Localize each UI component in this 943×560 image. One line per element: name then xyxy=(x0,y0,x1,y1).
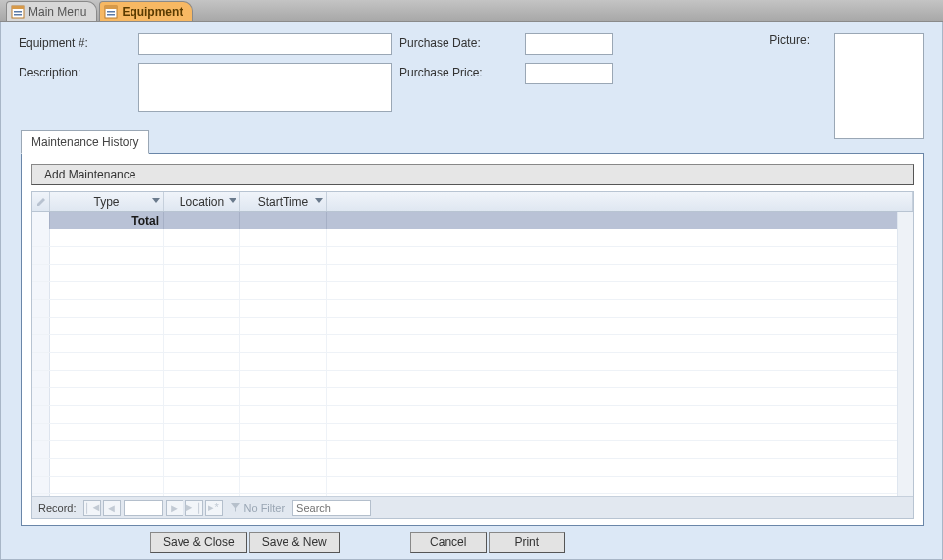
table-row[interactable] xyxy=(32,371,913,388)
chevron-down-icon xyxy=(229,198,236,203)
svg-rect-2 xyxy=(14,11,22,13)
cancel-button[interactable]: Cancel xyxy=(410,532,487,553)
equipment-no-input[interactable] xyxy=(138,33,392,55)
form-icon xyxy=(11,5,25,19)
table-row[interactable] xyxy=(32,282,913,300)
label-purchase-date: Purchase Date: xyxy=(399,33,525,50)
label-equipment-no: Equipment #: xyxy=(19,33,138,50)
chevron-down-icon xyxy=(152,198,160,203)
label-description: Description: xyxy=(19,63,138,79)
picture-box[interactable] xyxy=(834,33,924,139)
label-picture: Picture: xyxy=(769,33,810,47)
tab-label: Equipment xyxy=(122,5,183,19)
table-row[interactable] xyxy=(32,353,913,371)
col-spacer xyxy=(327,192,913,211)
record-navigator: Record: ❘◄ ◄ ► ►❘ ▸* No Filter xyxy=(32,496,913,518)
nav-first-button[interactable]: ❘◄ xyxy=(83,500,101,516)
description-input[interactable] xyxy=(138,63,392,112)
table-row[interactable] xyxy=(32,406,913,424)
record-label: Record: xyxy=(32,502,82,514)
search-input[interactable] xyxy=(292,500,371,516)
table-row[interactable] xyxy=(32,229,913,247)
row-selector-header[interactable] xyxy=(32,192,50,211)
table-row[interactable] xyxy=(32,318,913,335)
tab-equipment[interactable]: Equipment xyxy=(99,1,193,21)
total-cell xyxy=(240,212,327,229)
col-type[interactable]: Type xyxy=(50,192,164,211)
col-location[interactable]: Location xyxy=(164,192,240,211)
total-row: Total xyxy=(32,212,913,229)
table-row[interactable] xyxy=(32,247,913,265)
col-label: Type xyxy=(93,195,119,209)
nav-last-button[interactable]: ►❘ xyxy=(185,500,203,516)
header-fields: Equipment #: Purchase Date: Description:… xyxy=(1,22,942,126)
svg-rect-3 xyxy=(14,14,22,16)
label-purchase-price: Purchase Price: xyxy=(399,63,525,79)
svg-rect-7 xyxy=(107,14,115,16)
footer-buttons: Save & Close Save & New Cancel Print xyxy=(1,532,942,553)
purchase-price-input[interactable] xyxy=(525,63,613,84)
record-number-input[interactable] xyxy=(124,500,163,516)
table-row[interactable] xyxy=(32,388,913,406)
table-row[interactable] xyxy=(32,459,913,477)
tab-label: Main Menu xyxy=(28,5,86,19)
col-label: StartTime xyxy=(258,195,309,209)
maintenance-grid: Type Location StartTime Total xyxy=(31,191,914,519)
chevron-down-icon xyxy=(315,198,323,203)
nav-prev-button[interactable]: ◄ xyxy=(103,500,121,516)
print-button[interactable]: Print xyxy=(489,532,565,553)
tab-maintenance-history[interactable]: Maintenance History xyxy=(21,130,149,154)
grid-header: Type Location StartTime xyxy=(32,192,913,212)
pencil-icon xyxy=(36,197,46,207)
grid-body[interactable]: Total xyxy=(32,212,913,496)
table-row[interactable] xyxy=(32,300,913,318)
row-selector[interactable] xyxy=(32,212,50,229)
maintenance-body: Add Maintenance Type Location StartTime … xyxy=(21,153,924,526)
table-row[interactable] xyxy=(32,477,913,494)
maintenance-section: Maintenance History Add Maintenance Type… xyxy=(21,129,924,524)
vertical-scrollbar[interactable] xyxy=(897,212,913,496)
table-row[interactable] xyxy=(32,441,913,459)
nav-next-button[interactable]: ► xyxy=(166,500,183,516)
total-cell xyxy=(164,212,240,229)
svg-rect-1 xyxy=(12,6,24,9)
total-label-cell: Total xyxy=(50,212,164,229)
add-maintenance-button[interactable]: Add Maintenance xyxy=(31,164,914,185)
svg-rect-6 xyxy=(107,11,115,13)
save-close-button[interactable]: Save & Close xyxy=(150,532,247,553)
tab-main-menu[interactable]: Main Menu xyxy=(6,1,97,21)
col-label: Location xyxy=(180,195,224,209)
col-starttime[interactable]: StartTime xyxy=(240,192,327,211)
window-tabstrip: Main Menu Equipment xyxy=(0,0,943,22)
table-row[interactable] xyxy=(32,335,913,353)
filter-toggle[interactable]: No Filter xyxy=(230,502,286,514)
svg-rect-5 xyxy=(105,6,117,9)
form-icon xyxy=(104,5,118,19)
table-row[interactable] xyxy=(32,265,913,282)
total-cell xyxy=(327,212,913,229)
table-row[interactable] xyxy=(32,424,913,441)
nav-new-button[interactable]: ▸* xyxy=(205,500,223,516)
save-new-button[interactable]: Save & New xyxy=(249,532,340,553)
purchase-date-input[interactable] xyxy=(525,33,613,55)
filter-label: No Filter xyxy=(244,502,286,514)
form-body: Equipment #: Purchase Date: Description:… xyxy=(0,22,943,560)
funnel-icon xyxy=(230,502,241,514)
